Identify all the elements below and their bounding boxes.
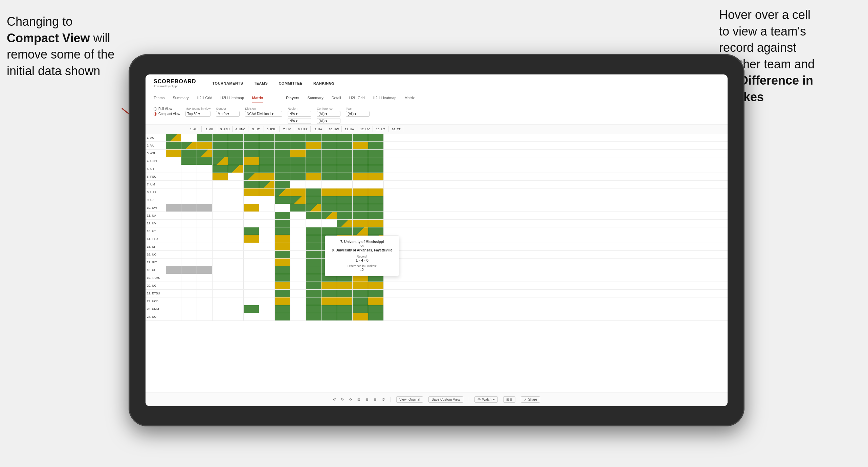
- matrix-cell[interactable]: [306, 290, 321, 297]
- matrix-cell[interactable]: [259, 181, 275, 188]
- matrix-cell[interactable]: [166, 274, 181, 282]
- matrix-cell[interactable]: [197, 282, 213, 289]
- matrix-cell[interactable]: [259, 188, 275, 196]
- matrix-cell[interactable]: [275, 297, 290, 305]
- matrix-cell[interactable]: [213, 220, 228, 227]
- matrix-cell[interactable]: [275, 227, 290, 235]
- matrix-cell[interactable]: [290, 243, 306, 250]
- matrix-cell[interactable]: [228, 297, 244, 305]
- matrix-cell[interactable]: [213, 282, 228, 289]
- matrix-cell[interactable]: [259, 173, 275, 180]
- matrix-cell[interactable]: [290, 150, 306, 157]
- matrix-cell[interactable]: [306, 313, 321, 320]
- matrix-cell[interactable]: [228, 212, 244, 219]
- matrix-cell[interactable]: [368, 313, 384, 320]
- matrix-cell[interactable]: [197, 188, 213, 196]
- matrix-cell[interactable]: [321, 227, 337, 235]
- matrix-cell[interactable]: [244, 243, 259, 250]
- matrix-cell[interactable]: [181, 188, 197, 196]
- clock-button[interactable]: ⏱: [382, 398, 385, 401]
- matrix-cell[interactable]: [166, 150, 181, 157]
- matrix-cell[interactable]: [306, 181, 321, 188]
- matrix-cell[interactable]: [228, 150, 244, 157]
- matrix-cell[interactable]: [166, 204, 181, 212]
- matrix-cell[interactable]: [321, 173, 337, 180]
- matrix-cell[interactable]: [306, 165, 321, 173]
- matrix-cell[interactable]: [321, 142, 337, 149]
- tab-teams-h2hheatmap[interactable]: H2H Heatmap: [220, 93, 244, 103]
- matrix-cell[interactable]: [368, 282, 384, 289]
- matrix-cell[interactable]: [353, 305, 368, 313]
- matrix-cell[interactable]: [368, 150, 384, 157]
- matrix-cell[interactable]: [306, 266, 321, 274]
- matrix-cell[interactable]: [197, 157, 213, 165]
- matrix-cell[interactable]: [353, 165, 368, 173]
- matrix-cell[interactable]: [290, 297, 306, 305]
- matrix-cell[interactable]: [228, 220, 244, 227]
- matrix-cell[interactable]: [259, 235, 275, 243]
- matrix-cell[interactable]: [244, 150, 259, 157]
- matrix-cell[interactable]: [244, 204, 259, 212]
- tab-players-matrix[interactable]: Matrix: [404, 93, 415, 103]
- matrix-cell[interactable]: [275, 204, 290, 212]
- matrix-cell[interactable]: [353, 188, 368, 196]
- matrix-cell[interactable]: [337, 313, 353, 320]
- matrix-cell[interactable]: [275, 290, 290, 297]
- matrix-cell[interactable]: [275, 313, 290, 320]
- matrix-cell[interactable]: [181, 313, 197, 320]
- matrix-cell[interactable]: [181, 204, 197, 212]
- matrix-cell[interactable]: [259, 282, 275, 289]
- division-select[interactable]: NCAA Division I ▾: [245, 111, 282, 117]
- matrix-cell[interactable]: [228, 134, 244, 141]
- matrix-cell[interactable]: [213, 266, 228, 274]
- matrix-cell[interactable]: [337, 157, 353, 165]
- matrix-cell[interactable]: [368, 157, 384, 165]
- matrix-cell[interactable]: [166, 165, 181, 173]
- matrix-cell[interactable]: [181, 157, 197, 165]
- matrix-cell[interactable]: [197, 297, 213, 305]
- tab-teams-summary[interactable]: Summary: [173, 93, 188, 103]
- matrix-cell[interactable]: [197, 259, 213, 266]
- matrix-cell[interactable]: [244, 157, 259, 165]
- matrix-cell[interactable]: [228, 227, 244, 235]
- matrix-cell[interactable]: [244, 274, 259, 282]
- matrix-cell[interactable]: [197, 134, 213, 141]
- matrix-cell[interactable]: [197, 251, 213, 258]
- matrix-cell[interactable]: [290, 305, 306, 313]
- matrix-cell[interactable]: [290, 165, 306, 173]
- matrix-cell[interactable]: [213, 181, 228, 188]
- matrix-cell[interactable]: [244, 290, 259, 297]
- matrix-cell[interactable]: [259, 165, 275, 173]
- matrix-cell[interactable]: [337, 204, 353, 212]
- tab-players-h2hheatmap[interactable]: H2H Heatmap: [373, 93, 397, 103]
- matrix-cell[interactable]: [337, 165, 353, 173]
- matrix-cell[interactable]: [213, 204, 228, 212]
- undo-button[interactable]: ↺: [333, 398, 336, 401]
- matrix-cell[interactable]: [259, 290, 275, 297]
- matrix-cell[interactable]: [166, 235, 181, 243]
- matrix-cell[interactable]: [306, 173, 321, 180]
- matrix-cell[interactable]: [181, 297, 197, 305]
- matrix-cell[interactable]: [228, 243, 244, 250]
- matrix-cell[interactable]: [368, 204, 384, 212]
- matrix-cell[interactable]: [275, 243, 290, 250]
- matrix-cell[interactable]: [244, 212, 259, 219]
- matrix-cell[interactable]: [321, 313, 337, 320]
- matrix-cell[interactable]: [275, 165, 290, 173]
- matrix-cell[interactable]: [275, 305, 290, 313]
- matrix-cell[interactable]: [244, 259, 259, 266]
- matrix-cell[interactable]: [166, 157, 181, 165]
- matrix-cell[interactable]: [259, 297, 275, 305]
- matrix-cell[interactable]: [321, 297, 337, 305]
- matrix-cell[interactable]: [321, 212, 337, 219]
- matrix-cell[interactable]: [306, 251, 321, 258]
- matrix-cell[interactable]: [368, 290, 384, 297]
- nav-tournaments[interactable]: TOURNAMENTS: [213, 80, 243, 87]
- matrix-cell[interactable]: [321, 290, 337, 297]
- matrix-cell[interactable]: [166, 297, 181, 305]
- matrix-cell[interactable]: [213, 259, 228, 266]
- matrix-cell[interactable]: [181, 150, 197, 157]
- matrix-cell[interactable]: [213, 196, 228, 204]
- gender-select[interactable]: Men's ▾: [216, 111, 240, 117]
- tab-teams-matrix[interactable]: Matrix: [252, 93, 263, 103]
